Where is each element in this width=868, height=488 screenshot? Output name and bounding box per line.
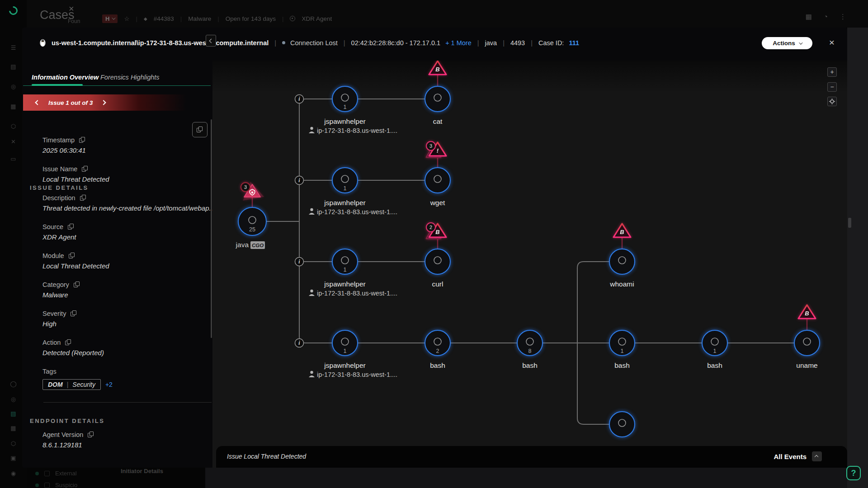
crosshair-icon bbox=[829, 99, 835, 104]
issue-fields-list: Timestamp2025 06:30:41Issue NameLocal Th… bbox=[42, 136, 205, 368]
tags-block: Tags DOM | Security +2 bbox=[42, 368, 113, 390]
svg-text:1: 1 bbox=[621, 348, 624, 354]
process-node-process-hidden[interactable] bbox=[609, 412, 635, 437]
svg-text:wget: wget bbox=[430, 199, 445, 206]
alert-badge-java[interactable]: 3 bbox=[240, 180, 264, 201]
actions-button[interactable]: Actions bbox=[762, 37, 812, 49]
process-node-curl[interactable]: curl bbox=[425, 249, 450, 288]
background-topbar: Cases Foun × H ☆ | ◆ #44383 | Malware | … bbox=[0, 0, 868, 28]
chevron-down-icon bbox=[799, 41, 802, 44]
field-value: Local Threat Detected bbox=[42, 175, 205, 183]
svg-text:bash: bash bbox=[430, 361, 445, 369]
copy-icon[interactable] bbox=[88, 432, 94, 438]
close-icon[interactable]: × bbox=[69, 4, 74, 14]
svg-text:B: B bbox=[620, 229, 624, 235]
svg-text:1: 1 bbox=[344, 267, 347, 273]
tab-forensics-highlights[interactable]: Forensics Highlights bbox=[100, 74, 160, 81]
svg-text:1: 1 bbox=[344, 185, 347, 192]
process-node-java[interactable]: 25javaCGO bbox=[236, 207, 266, 249]
field-timestamp: Timestamp2025 06:30:41 bbox=[42, 136, 205, 154]
linux-os-icon bbox=[39, 38, 47, 47]
tab-information-overview[interactable]: Information Overview bbox=[32, 74, 99, 81]
info-icon[interactable]: i bbox=[295, 258, 304, 266]
case-id-value[interactable]: 111 bbox=[569, 39, 579, 47]
info-icon[interactable]: i bbox=[295, 339, 304, 347]
process-node-wget[interactable]: wget bbox=[425, 168, 450, 206]
process-node-cat[interactable]: cat bbox=[425, 86, 450, 125]
alert-badge-cat[interactable]: B bbox=[429, 61, 446, 75]
process-node-bash-2[interactable]: 8bash bbox=[517, 330, 542, 369]
panel-scrollbar[interactable] bbox=[211, 119, 212, 338]
zoom-out-button[interactable]: − bbox=[827, 82, 837, 92]
tag-icon[interactable]: ◆ bbox=[144, 16, 147, 21]
copy-icon[interactable] bbox=[68, 224, 74, 230]
process-node-jspawnhelper-2[interactable]: 1jspawnhelperip-172-31-8-83.us-west-1...… bbox=[309, 168, 397, 216]
copy-icon[interactable] bbox=[69, 253, 75, 259]
chevron-up-icon bbox=[815, 455, 818, 459]
process-node-whoami[interactable]: whoami bbox=[609, 249, 635, 288]
brand-logo-icon[interactable] bbox=[7, 5, 19, 17]
connection-status: Connection Lost bbox=[290, 39, 338, 47]
process-node-bash-3[interactable]: 1bash bbox=[609, 330, 635, 369]
alert-badge-wget[interactable]: !3 bbox=[426, 141, 446, 157]
expand-events-button[interactable] bbox=[812, 451, 822, 461]
background-row: Suspicio bbox=[35, 482, 77, 488]
collapse-panel-button[interactable] bbox=[206, 35, 216, 47]
more-link[interactable]: + 1 More bbox=[445, 39, 472, 47]
alert-badge-whoami[interactable]: B bbox=[613, 224, 631, 237]
field-value: Local Threat Detected bbox=[42, 262, 205, 270]
section-divider bbox=[43, 402, 212, 403]
background-panel-title: Initiator Details bbox=[121, 468, 163, 474]
process-node-bash-4[interactable]: 1bash bbox=[702, 330, 727, 369]
avatar-icon[interactable]: ◉ bbox=[0, 470, 27, 477]
next-issue-icon[interactable] bbox=[101, 100, 106, 105]
background-right-strip bbox=[847, 28, 868, 488]
background-bottom-strip: Initiator Details External Suspicio bbox=[27, 468, 847, 488]
case-duration: Open for 143 days bbox=[226, 15, 276, 22]
svg-text:jspawnhelper: jspawnhelper bbox=[324, 280, 365, 288]
info-icon[interactable]: i bbox=[295, 95, 304, 103]
copy-all-button[interactable] bbox=[192, 122, 208, 137]
svg-text:ip-172-31-8-83.us-west-1....: ip-172-31-8-83.us-west-1.... bbox=[317, 127, 397, 134]
help-button[interactable]: ? bbox=[846, 466, 861, 480]
info-icon[interactable]: i bbox=[295, 176, 304, 185]
topbar-icon[interactable]: ⋮ bbox=[840, 13, 846, 21]
star-icon[interactable]: ☆ bbox=[124, 15, 129, 22]
causality-graph[interactable]: 325javaCGO1jspawnhelperip-172-31-8-83.us… bbox=[212, 61, 847, 468]
svg-text:whoami: whoami bbox=[609, 280, 634, 288]
close-modal-icon[interactable]: × bbox=[829, 38, 835, 47]
copy-icon[interactable] bbox=[65, 339, 71, 346]
copy-icon[interactable] bbox=[79, 137, 85, 143]
agent-label: XDR Agent bbox=[302, 15, 332, 22]
svg-text:3: 3 bbox=[244, 184, 247, 190]
topbar-icon[interactable]: ◔ bbox=[824, 13, 828, 21]
severity-badge[interactable]: H bbox=[102, 14, 118, 23]
svg-text:2: 2 bbox=[429, 225, 432, 230]
host-sublabel: ip-172-31-8-83.us-west-1.... bbox=[309, 371, 397, 378]
copy-icon[interactable] bbox=[71, 310, 76, 317]
alert-badge-curl[interactable]: B2 bbox=[426, 223, 446, 239]
alert-badge-uname[interactable]: B bbox=[798, 305, 816, 319]
svg-text:2: 2 bbox=[436, 348, 439, 354]
tags-more-link[interactable]: +2 bbox=[105, 381, 113, 388]
process-node-jspawnhelper-1[interactable]: 1jspawnhelperip-172-31-8-83.us-west-1...… bbox=[309, 86, 397, 134]
process-node-bash-1[interactable]: 2bash bbox=[425, 330, 450, 369]
process-node-jspawnhelper-3[interactable]: 1jspawnhelperip-172-31-8-83.us-west-1...… bbox=[309, 249, 397, 297]
copy-icon[interactable] bbox=[82, 166, 88, 172]
scrollbar-thumb[interactable] bbox=[848, 218, 851, 228]
fit-view-button[interactable] bbox=[827, 97, 837, 106]
svg-text:jspawnhelper: jspawnhelper bbox=[324, 199, 365, 206]
status-dot-icon bbox=[35, 483, 39, 487]
previous-issue-icon[interactable] bbox=[35, 100, 40, 105]
process-node-jspawnhelper-4[interactable]: 1jspawnhelperip-172-31-8-83.us-west-1...… bbox=[309, 330, 397, 378]
tag-chip[interactable]: DOM | Security bbox=[42, 379, 101, 390]
svg-text:B: B bbox=[435, 229, 439, 235]
tags-label: Tags bbox=[42, 368, 113, 375]
zoom-in-button[interactable]: + bbox=[827, 67, 837, 77]
host-sublabel: ip-172-31-8-83.us-west-1.... bbox=[309, 127, 397, 134]
copy-icon[interactable] bbox=[74, 282, 80, 288]
topbar-icon[interactable]: ▦ bbox=[806, 13, 812, 21]
copy-icon[interactable] bbox=[80, 195, 86, 201]
process-node-uname[interactable]: uname bbox=[794, 330, 820, 369]
case-detail-modal: us-west-1.compute.internal\ip-172-31-8-8… bbox=[22, 28, 847, 468]
